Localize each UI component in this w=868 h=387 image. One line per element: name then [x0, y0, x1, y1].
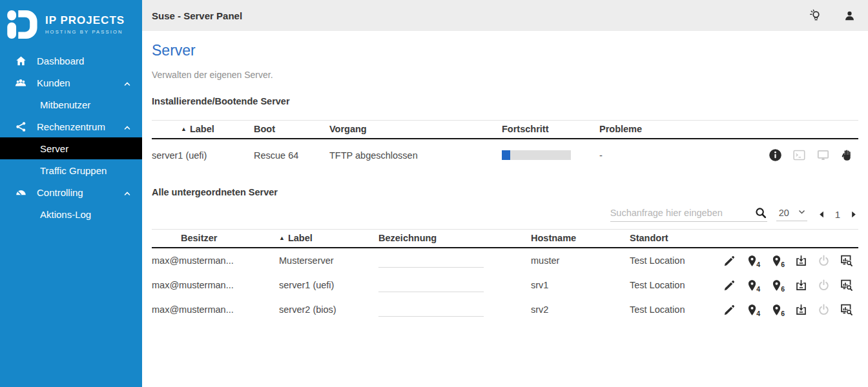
column-header-boot[interactable]: Boot: [254, 121, 329, 139]
ipv6-pin-icon[interactable]: 6: [770, 279, 785, 292]
install-icon[interactable]: [795, 279, 807, 292]
server-panel-app: IP PROJECTS HOSTING BY PASSION Dashboard: [0, 0, 868, 387]
users-icon: [14, 76, 27, 89]
column-header-standort[interactable]: Standort: [630, 230, 723, 248]
brand-name: IP PROJECTS: [45, 14, 125, 27]
edit-pencil-icon[interactable]: [723, 304, 736, 316]
ipv4-pin-icon[interactable]: 4: [746, 255, 760, 267]
cell-hostname: srv2: [531, 297, 630, 322]
table-row: max@musterman... server1 (uefi) srv1 Tes…: [152, 273, 858, 297]
table-controls: 20 1: [152, 204, 858, 224]
install-icon[interactable]: [795, 255, 807, 267]
sidebar: IP PROJECTS HOSTING BY PASSION Dashboard: [0, 0, 142, 387]
gauge-icon: [14, 186, 27, 199]
brand-logo[interactable]: IP PROJECTS HOSTING BY PASSION: [0, 0, 142, 48]
sidebar-item-server[interactable]: Server: [0, 137, 142, 159]
sidebar-item-label: Dashboard: [37, 55, 84, 66]
section-title-all-servers: Alle untergeordneten Server: [152, 187, 858, 197]
edit-pencil-icon[interactable]: [723, 255, 736, 267]
window-title: Suse - Server Panel: [152, 10, 242, 21]
progress-bar: [502, 150, 571, 160]
power-icon[interactable]: [818, 304, 830, 316]
column-header-vorgang[interactable]: Vorgang: [329, 121, 502, 139]
cell-probleme: -: [599, 139, 683, 171]
bezeichnung-input[interactable]: [378, 278, 484, 292]
main-area: Suse - Server Panel: [142, 0, 868, 387]
edit-pencil-icon[interactable]: [723, 279, 736, 292]
search-field: [610, 206, 767, 222]
page-size-value: 20: [779, 208, 789, 218]
sidebar-item-label: Controlling: [37, 187, 83, 198]
ipv6-badge: 6: [781, 261, 785, 268]
monitoring-icon[interactable]: [840, 279, 853, 292]
installing-servers-table: ▲Label Boot Vorgang Fortschritt Probleme…: [152, 120, 858, 171]
column-header-probleme[interactable]: Probleme: [599, 121, 683, 139]
sidebar-item-traffic-gruppen[interactable]: Traffic Gruppen: [0, 159, 142, 181]
ipv6-badge: 6: [781, 285, 785, 293]
ipv6-pin-icon[interactable]: 6: [770, 304, 785, 316]
sort-asc-icon: ▲: [279, 235, 285, 241]
sort-asc-icon: ▲: [181, 126, 187, 132]
cell-standort: Test Location: [630, 297, 723, 322]
share-network-icon: [14, 120, 27, 133]
info-icon[interactable]: [769, 148, 782, 162]
terminal-icon[interactable]: [792, 148, 806, 162]
chevron-up-icon: [123, 79, 131, 90]
sidebar-nav: Dashboard Kunden Mitbenutzer: [0, 50, 142, 225]
sidebar-item-aktions-log[interactable]: Aktions-Log: [0, 203, 142, 225]
ipv6-pin-icon[interactable]: 6: [770, 255, 785, 267]
ipv4-pin-icon[interactable]: 4: [746, 279, 760, 292]
sidebar-item-dashboard[interactable]: Dashboard: [0, 50, 142, 72]
cell-vorgang: TFTP abgeschlossen: [329, 139, 502, 171]
lightbulb-icon[interactable]: [809, 8, 823, 23]
ipv4-badge: 4: [756, 310, 760, 317]
sidebar-item-label: Rechenzentrum: [37, 121, 105, 132]
monitoring-icon[interactable]: [840, 254, 853, 267]
ipv4-badge: 4: [756, 261, 760, 268]
ipv4-pin-icon[interactable]: 4: [746, 304, 760, 316]
brand-tagline: HOSTING BY PASSION: [45, 29, 125, 35]
cell-boot: Rescue 64: [254, 139, 329, 171]
cell-standort: Test Location: [630, 248, 723, 273]
sidebar-item-mitbenutzer[interactable]: Mitbenutzer: [0, 94, 142, 115]
search-icon[interactable]: [754, 206, 767, 219]
sidebar-item-controlling[interactable]: Controlling: [0, 181, 142, 203]
all-servers-table: Besitzer ▲Label Bezeichnung Hostname Sta…: [152, 229, 858, 322]
table-row: max@musterman... Musterserver muster Tes…: [152, 248, 858, 273]
cell-besitzer: max@musterman...: [152, 297, 279, 322]
bezeichnung-input[interactable]: [378, 303, 484, 317]
cell-besitzer: max@musterman...: [152, 273, 279, 297]
table-row: max@musterman... server2 (bios) srv2 Tes…: [152, 297, 858, 322]
cell-label: server1 (uefi): [152, 139, 254, 171]
ipv6-badge: 6: [781, 310, 785, 317]
column-header-hostname[interactable]: Hostname: [531, 230, 630, 248]
section-title-installing: Installierende/Bootende Server: [152, 96, 858, 106]
cell-label: server2 (bios): [279, 297, 378, 322]
monitoring-icon[interactable]: [840, 303, 853, 316]
column-header-besitzer[interactable]: Besitzer: [152, 230, 279, 248]
power-icon[interactable]: [818, 279, 830, 292]
install-icon[interactable]: [795, 304, 807, 316]
column-header-label[interactable]: ▲Label: [152, 121, 254, 139]
chevron-up-icon: [123, 188, 131, 199]
ipprojects-logo-icon: [5, 8, 39, 41]
power-icon[interactable]: [818, 255, 830, 267]
next-page-icon[interactable]: [849, 210, 858, 219]
search-input[interactable]: [610, 208, 754, 218]
sidebar-item-label: Traffic Gruppen: [40, 165, 107, 176]
bezeichnung-input[interactable]: [378, 253, 484, 268]
sidebar-item-label: Server: [40, 143, 68, 154]
hand-stop-icon[interactable]: [840, 149, 853, 162]
page-subtitle: Verwalten der eigenen Server.: [152, 70, 858, 80]
column-header-fortschritt[interactable]: Fortschritt: [502, 121, 599, 139]
page-size-select[interactable]: 20: [776, 208, 807, 221]
prev-page-icon[interactable]: [817, 210, 827, 219]
sidebar-item-rechenzentrum[interactable]: Rechenzentrum: [0, 115, 142, 137]
page-title: Server: [152, 42, 858, 59]
user-icon[interactable]: [842, 8, 856, 23]
column-header-label[interactable]: ▲Label: [279, 230, 378, 248]
column-header-bezeichnung[interactable]: Bezeichnung: [378, 230, 531, 248]
sidebar-item-kunden[interactable]: Kunden: [0, 72, 142, 94]
chevron-down-icon: [798, 208, 806, 218]
monitor-icon[interactable]: [816, 148, 830, 162]
